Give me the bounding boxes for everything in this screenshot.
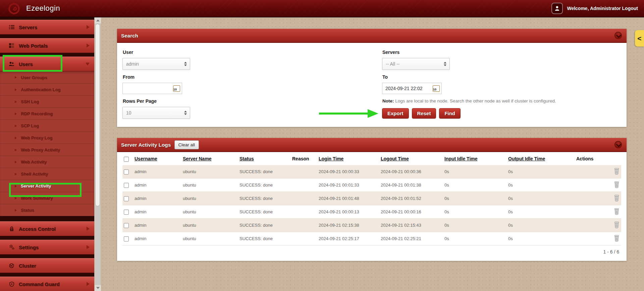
triangle-bullet-icon: [15, 185, 17, 188]
users-submenu-item[interactable]: SCP Log: [0, 120, 94, 132]
users-submenu-item[interactable]: User Groups: [0, 71, 94, 83]
users-submenu-item[interactable]: Web Proxy Log: [0, 132, 94, 144]
calendar-icon[interactable]: 10: [433, 85, 440, 92]
gears-icon: [9, 244, 14, 250]
ezeelogin-logo: [7, 1, 21, 15]
row-checkbox[interactable]: [124, 196, 129, 201]
cell-status: SUCCESS: done: [238, 232, 291, 245]
scroll-up-button[interactable]: [95, 17, 101, 23]
users-submenu-item[interactable]: RDP Recording: [0, 107, 94, 120]
triangle-bullet-icon: [15, 137, 17, 139]
trash-icon[interactable]: [613, 208, 620, 215]
trash-icon[interactable]: [613, 235, 620, 242]
slide-panel-toggle[interactable]: <: [635, 30, 644, 47]
users-submenu-item[interactable]: Status: [0, 204, 94, 216]
users-submenu-item[interactable]: SSH Log: [0, 95, 94, 107]
user-select-value: admin: [126, 61, 139, 67]
users-submenu-item-label: User Groups: [21, 75, 47, 80]
users-submenu-item[interactable]: Server Activity: [0, 180, 94, 192]
sidebar-item-label: Web Portals: [19, 43, 48, 49]
cell-output-idle-time: 0s: [507, 165, 575, 178]
col-status: Status: [238, 152, 291, 165]
chevron-right-icon: [87, 245, 90, 249]
find-button[interactable]: Find: [439, 108, 461, 119]
trash-icon[interactable]: [613, 195, 620, 202]
trash-icon[interactable]: [613, 168, 620, 175]
users-submenu-item[interactable]: Authentication Log: [0, 83, 94, 95]
scrollbar-thumb[interactable]: [95, 24, 100, 206]
cell-username: admin: [133, 232, 181, 245]
server-activity-logs-panel: Server Activity Logs Clear all Username …: [117, 138, 627, 261]
triangle-bullet-icon: [15, 161, 17, 163]
scroll-down-button[interactable]: [95, 285, 101, 291]
row-checkbox[interactable]: [124, 169, 129, 174]
users-submenu-item[interactable]: Web Proxy Activity: [0, 144, 94, 156]
annotation-arrow: [319, 108, 379, 119]
sidebar-item-servers[interactable]: Servers: [0, 20, 94, 34]
sidebar-item-access-control[interactable]: Access Control: [0, 221, 94, 236]
user-label: User: [123, 50, 382, 55]
search-panel-header: Search: [117, 29, 627, 43]
rows-per-page-value: 10: [126, 110, 131, 116]
sidebar-item-web-portals[interactable]: Web Portals: [0, 38, 94, 53]
to-label: To: [382, 74, 621, 80]
select-spinner-icon: [184, 111, 187, 115]
col-server-name: Server Name: [181, 152, 238, 165]
rows-per-page-label: Rows Per Page: [123, 98, 382, 104]
cell-status: SUCCESS: done: [238, 219, 291, 232]
cell-reason: [291, 192, 317, 205]
users-submenu-item-label: SCP Log: [21, 123, 39, 128]
to-date-value: 2024-09-21 22:02: [385, 86, 433, 91]
calendar-icon[interactable]: 10: [173, 85, 180, 92]
reset-button[interactable]: Reset: [412, 108, 436, 119]
cell-server-name: ubuntu: [181, 165, 238, 178]
web-portals-icon: [9, 43, 14, 48]
row-checkbox[interactable]: [124, 223, 129, 228]
chevron-down-icon: [86, 63, 90, 66]
select-all-checkbox[interactable]: [124, 157, 129, 162]
cell-server-name: ubuntu: [181, 219, 238, 232]
row-checkbox[interactable]: [124, 210, 129, 215]
cell-login-time: 2024-09-21 00:01:48: [317, 192, 379, 205]
cell-output-idle-time: 0s: [507, 205, 575, 219]
users-submenu-item-label: Authentication Log: [21, 87, 60, 92]
user-select[interactable]: admin: [122, 58, 190, 70]
sidebar-item-cluster[interactable]: Cluster: [0, 258, 94, 273]
welcome-text[interactable]: Welcome, Administrator Logout: [567, 6, 638, 11]
cell-output-idle-time: 0s: [507, 232, 575, 245]
clear-all-button[interactable]: Clear all: [174, 140, 199, 149]
cell-input-idle-time: 0s: [443, 165, 507, 178]
trash-icon[interactable]: [613, 221, 620, 228]
sidebar-scrollbar[interactable]: [94, 17, 101, 291]
user-avatar-icon[interactable]: [551, 3, 563, 14]
cell-input-idle-time: 0s: [443, 219, 507, 232]
col-actions: Actions: [575, 152, 621, 165]
search-panel-title: Search: [121, 33, 138, 39]
table-row: admin ubuntu SUCCESS: done 2024-09-21 00…: [122, 205, 621, 219]
rows-per-page-select[interactable]: 10: [122, 107, 190, 119]
cell-status: SUCCESS: done: [238, 205, 291, 219]
from-date-input[interactable]: 10: [122, 83, 182, 94]
trash-icon[interactable]: [613, 181, 620, 188]
collapse-chevron-icon[interactable]: [614, 141, 622, 148]
triangle-bullet-icon: [15, 88, 17, 91]
servers-select[interactable]: -- All --: [382, 58, 450, 70]
triangle-bullet-icon: [15, 100, 17, 103]
table-row: admin ubuntu SUCCESS: done 2024-09-21 02…: [122, 219, 621, 232]
sidebar-item-settings[interactable]: Settings: [0, 240, 94, 254]
sidebar-item-users[interactable]: Users: [0, 57, 94, 71]
row-checkbox[interactable]: [124, 183, 129, 188]
cell-status: SUCCESS: done: [238, 178, 291, 192]
users-submenu-item[interactable]: Web Activity: [0, 156, 94, 168]
users-submenu-item[interactable]: Shell Activity: [0, 168, 94, 180]
chevron-right-icon: [87, 25, 90, 29]
sidebar-item-command-guard[interactable]: Command Guard: [0, 277, 94, 291]
cell-username: admin: [133, 178, 181, 192]
collapse-chevron-icon[interactable]: [614, 32, 622, 39]
to-date-input[interactable]: 2024-09-21 22:02 10: [382, 83, 442, 94]
row-checkbox[interactable]: [124, 236, 129, 241]
export-button[interactable]: Export: [382, 108, 409, 119]
sidebar: Servers Web Portals Users User Groups: [0, 17, 94, 291]
users-submenu-item[interactable]: Work Summary: [0, 192, 94, 204]
col-logout-time: Logout Time: [379, 152, 443, 165]
